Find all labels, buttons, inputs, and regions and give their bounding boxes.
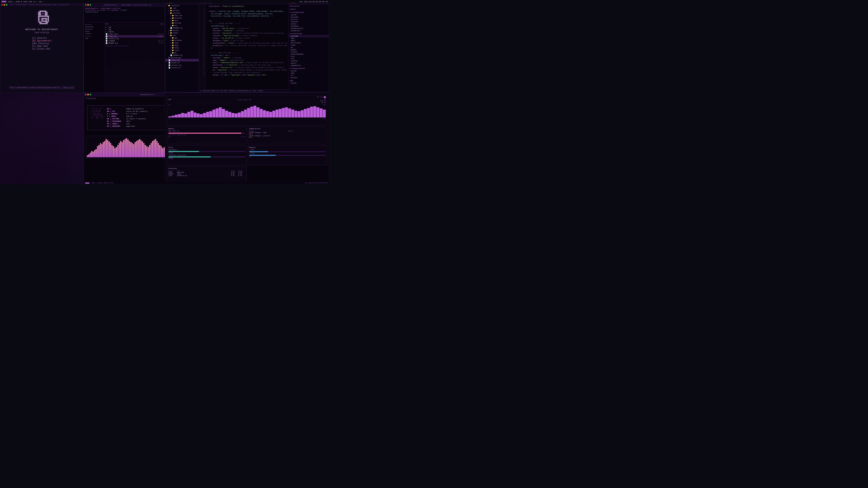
ft-lang[interactable]: ▶ 📁 lang: [165, 41, 199, 44]
ft-personal[interactable]: ▶ 📁 personal: [165, 17, 199, 19]
crt-outputs[interactable]: outputs: [288, 8, 329, 11]
ft-worklab[interactable]: ▶ 📁 worklab: [165, 22, 199, 24]
ft-git[interactable]: ▶ 📁 .git: [165, 7, 199, 9]
crt-spawneditor[interactable]: spawnEditor: [288, 64, 329, 67]
ft-app[interactable]: ▶ 📁 app: [165, 37, 199, 39]
crt-defaultroamdir[interactable]: defaultRoamDir: [288, 53, 329, 55]
ft-homelab[interactable]: ▶ 📁 home lab: [165, 14, 199, 17]
crt-theme[interactable]: theme: [288, 44, 329, 46]
crt-description[interactable]: description: [288, 5, 329, 7]
crt-dotfilesdir[interactable]: dotfilesDir: [288, 42, 329, 44]
cpu-chart-bar: [200, 114, 203, 118]
crt-timezone[interactable]: timezone: [288, 21, 329, 23]
bl-min[interactable]: [87, 94, 89, 95]
crt-profile[interactable]: profile: [288, 18, 329, 21]
crt-bootmountpath[interactable]: bootMountPath: [288, 27, 329, 30]
crt-name[interactable]: name: [288, 37, 329, 39]
win-min-btn[interactable]: [4, 4, 5, 6]
fm-size-flakenix: 2.26 K: [156, 36, 163, 37]
ft-desktop[interactable]: 🖼 desktop.png: [165, 57, 199, 59]
visualizer-bar: [148, 147, 149, 157]
ft-root[interactable]: ▼ 📁 .dotfiles: [165, 4, 199, 7]
crt-username[interactable]: username: [288, 35, 329, 37]
fm-item-pictures[interactable]: pictures: [85, 28, 103, 30]
win-close-btn[interactable]: [1, 4, 3, 6]
ft-themes[interactable]: ▶ 📁 themes: [165, 32, 199, 34]
crt-nixpkgs-name[interactable]: name: [288, 72, 329, 74]
crt-grubdevice[interactable]: grubDevice: [288, 30, 329, 32]
code-body[interactable]: 12345 678910 1112131415 1617181920 21222…: [199, 4, 288, 89]
ft-readme-profiles[interactable]: 📄 README.org: [165, 27, 199, 29]
fm-row-readme[interactable]: 📄 README.org 4.3 K: [105, 42, 164, 44]
crt-term[interactable]: term: [288, 55, 329, 58]
ft-readme-user[interactable]: 📄 README.org: [165, 54, 199, 57]
crt-nixpkgs-system[interactable]: system: [288, 70, 329, 72]
crt-hostname[interactable]: hostname: [288, 16, 329, 18]
sb-tag-tech[interactable]: Tech: [85, 182, 90, 184]
fm-row-flakelock[interactable]: 📄 Flake.lock 27.5 K: [105, 33, 164, 35]
terminal-top-content[interactable]: emmet@snowfire ~/home/emmet/.dotfiles $ …: [84, 6, 165, 22]
ft-profiles[interactable]: ▼ 📁 profiles: [165, 12, 199, 14]
disks-label: Disks: [168, 147, 245, 149]
fm-item-videos[interactable]: videos: [85, 33, 103, 35]
crt-system[interactable]: system: [288, 14, 329, 16]
bl-max[interactable]: [90, 94, 91, 95]
ft-patches[interactable]: ▶ 📁 patches: [165, 9, 199, 12]
crt-locale[interactable]: locale: [288, 23, 329, 25]
win-max-btn[interactable]: [6, 4, 7, 6]
ft-system[interactable]: ▶ 📁 system: [165, 29, 199, 32]
crt-usersettings[interactable]: ▼ userSettings: [288, 33, 329, 35]
ft-pkgs[interactable]: ▶ 📁 pkgs: [165, 44, 199, 46]
tm-close-btn[interactable]: [85, 4, 87, 6]
crt-bootmode[interactable]: bootMode: [288, 25, 329, 27]
fm-item-documents[interactable]: documents: [85, 26, 103, 28]
ft-user[interactable]: ▼ 📁 user: [165, 34, 199, 37]
tm-min-btn[interactable]: [87, 4, 89, 6]
ft-style[interactable]: ▶ 📁 style: [165, 49, 199, 52]
crt-systemsettings[interactable]: ▼ systemSettings: [288, 11, 329, 14]
bl-close[interactable]: [85, 94, 87, 95]
fm-row-tmp[interactable]: ▶ tmp: [105, 29, 164, 31]
browser-menu-history[interactable]: [$h] [History]: [32, 42, 52, 45]
ft-wm[interactable]: ▶ 📁 wm: [165, 52, 199, 54]
crt-email[interactable]: email: [288, 39, 329, 42]
ft-hardensh[interactable]: 📄 harden.sh: [165, 61, 199, 64]
cpu-chart-bar: [291, 109, 294, 118]
ft-shell[interactable]: ▶ 📁 shell: [165, 46, 199, 49]
visualizer-bar: [97, 146, 98, 158]
crt-pkgs-system[interactable]: system: [288, 82, 329, 84]
ft-installsh[interactable]: 📄 install.sh: [165, 66, 199, 69]
crt-nixpkgs-src[interactable]: src: [288, 74, 329, 76]
fm-row-themes[interactable]: ▶ themes: [105, 31, 164, 33]
crt-browser[interactable]: browser: [288, 51, 329, 53]
tag-tech[interactable]: Tech: [1, 1, 6, 2]
crt-nixpkgs-patched[interactable]: ▼ nixpkgs-patched: [288, 67, 329, 70]
sb-datetime: Sat 2024-03-09 05:06:00 PM: [305, 182, 328, 184]
fm-row-flakenix[interactable]: 📄 flake.nix 2.26 K: [105, 35, 164, 37]
ft-installorg[interactable]: 📄 install.org: [165, 64, 199, 66]
browser-menu-close[interactable]: [x] [Close tab]: [32, 48, 52, 50]
browser-menu-search[interactable]: [o] [Search]: [32, 37, 52, 39]
fm-row-installorg[interactable]: 📄 install.org: [105, 37, 164, 40]
crt-editor[interactable]: editor: [288, 62, 329, 64]
cpu-chart-bar: [288, 108, 291, 118]
crt-font[interactable]: font: [288, 58, 329, 60]
fm-row-top[interactable]: ▶ Top: [105, 26, 164, 29]
ft-wsl[interactable]: ▶ 📁 wsl: [165, 24, 199, 27]
crt-fontpkg[interactable]: fontPkg: [288, 60, 329, 62]
fm-item-music[interactable]: music: [85, 30, 103, 33]
crt-wmtype[interactable]: wmType: [288, 48, 329, 51]
ft-hardware[interactable]: ▶ 📁 hardware: [165, 39, 199, 41]
ft-flakenix[interactable]: 📄 flake.nix: [165, 59, 199, 61]
ft-work[interactable]: ▶ 📁 work: [165, 19, 199, 22]
browser-menu-newtab[interactable]: [t] [New tab]: [32, 45, 52, 47]
crt-nixpkgs-patches[interactable]: patches: [288, 76, 329, 79]
code-line-16: bootMountPath = "/boot"; # mount path fo…: [207, 42, 287, 44]
browser-menu-quickmarks[interactable]: [b] [Quickmarks]: [32, 40, 52, 42]
fm-item-tmp[interactable]: tmp: [85, 37, 103, 39]
fm-row-license[interactable]: 📄 LICENSE 34.2 K: [105, 40, 164, 42]
crt-wm[interactable]: wm: [288, 46, 329, 48]
crt-pkgs[interactable]: pkgs: [288, 79, 329, 82]
tm-max-btn[interactable]: [90, 4, 91, 6]
code-content[interactable]: description = "Flake of LibrePhoenix"; o…: [206, 4, 288, 89]
